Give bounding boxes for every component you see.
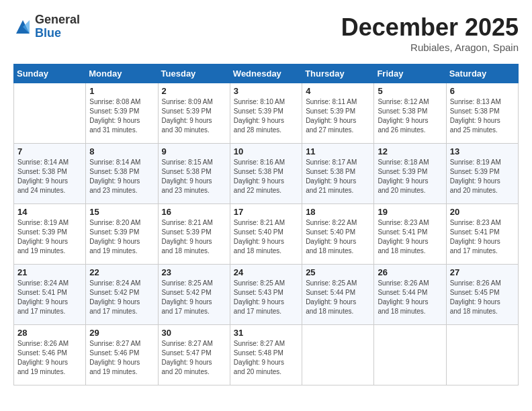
calendar-day-cell: 19Sunrise: 8:23 AM Sunset: 5:41 PM Dayli… [374,204,446,265]
day-number: 31 [234,328,298,338]
calendar-day-cell: 4Sunrise: 8:11 AM Sunset: 5:39 PM Daylig… [302,83,374,144]
logo: General Blue [13,13,80,40]
day-number: 30 [162,328,226,338]
day-info: Sunrise: 8:11 AM Sunset: 5:39 PM Dayligh… [306,97,370,135]
calendar-header-row: SundayMondayTuesdayWednesdayThursdayFrid… [14,64,519,83]
calendar-week-row: 21Sunrise: 8:24 AM Sunset: 5:41 PM Dayli… [14,265,519,325]
day-info: Sunrise: 8:14 AM Sunset: 5:38 PM Dayligh… [17,158,82,195]
day-number: 3 [234,86,298,96]
day-number: 1 [89,86,154,96]
day-info: Sunrise: 8:19 AM Sunset: 5:39 PM Dayligh… [450,158,515,195]
day-info: Sunrise: 8:17 AM Sunset: 5:38 PM Dayligh… [306,158,370,195]
day-info: Sunrise: 8:27 AM Sunset: 5:48 PM Dayligh… [234,339,298,377]
calendar-day-cell [302,325,374,385]
calendar-day-cell: 1Sunrise: 8:08 AM Sunset: 5:39 PM Daylig… [86,83,158,144]
logo-general-text: General [35,13,80,27]
day-number: 26 [378,267,442,277]
logo-icon [13,17,32,36]
day-info: Sunrise: 8:23 AM Sunset: 5:41 PM Dayligh… [450,218,515,256]
day-number: 2 [162,86,226,96]
day-number: 17 [234,207,298,217]
calendar-day-cell: 17Sunrise: 8:21 AM Sunset: 5:40 PM Dayli… [230,204,302,265]
calendar-day-cell: 30Sunrise: 8:27 AM Sunset: 5:47 PM Dayli… [158,325,230,385]
day-info: Sunrise: 8:12 AM Sunset: 5:38 PM Dayligh… [378,97,442,135]
day-number: 5 [378,86,442,96]
day-info: Sunrise: 8:14 AM Sunset: 5:38 PM Dayligh… [89,158,154,195]
day-info: Sunrise: 8:22 AM Sunset: 5:40 PM Dayligh… [306,218,370,256]
day-info: Sunrise: 8:25 AM Sunset: 5:44 PM Dayligh… [306,279,370,316]
day-info: Sunrise: 8:27 AM Sunset: 5:46 PM Dayligh… [89,339,154,377]
day-number: 4 [306,86,370,96]
calendar-day-cell: 3Sunrise: 8:10 AM Sunset: 5:39 PM Daylig… [230,83,302,144]
calendar-day-cell [374,325,446,385]
day-info: Sunrise: 8:15 AM Sunset: 5:38 PM Dayligh… [162,158,226,195]
calendar-day-cell: 23Sunrise: 8:25 AM Sunset: 5:42 PM Dayli… [158,265,230,325]
calendar-day-cell: 29Sunrise: 8:27 AM Sunset: 5:46 PM Dayli… [86,325,158,385]
location-subtitle: Rubiales, Aragon, Spain [341,42,519,53]
day-number: 6 [450,86,515,96]
calendar-week-row: 14Sunrise: 8:19 AM Sunset: 5:39 PM Dayli… [14,204,519,265]
day-info: Sunrise: 8:20 AM Sunset: 5:39 PM Dayligh… [89,218,154,256]
day-number: 9 [162,146,226,156]
calendar-day-cell: 28Sunrise: 8:26 AM Sunset: 5:46 PM Dayli… [14,325,86,385]
day-number: 20 [450,207,515,217]
weekday-header-sunday: Sunday [14,64,86,83]
logo-blue-text: Blue [35,27,80,40]
day-number: 10 [234,146,298,156]
calendar-day-cell [446,325,518,385]
calendar-day-cell: 25Sunrise: 8:25 AM Sunset: 5:44 PM Dayli… [302,265,374,325]
day-info: Sunrise: 8:13 AM Sunset: 5:38 PM Dayligh… [450,97,515,135]
day-number: 19 [378,207,442,217]
day-number: 16 [162,207,226,217]
calendar-day-cell: 18Sunrise: 8:22 AM Sunset: 5:40 PM Dayli… [302,204,374,265]
day-info: Sunrise: 8:18 AM Sunset: 5:39 PM Dayligh… [378,158,442,195]
day-number: 18 [306,207,370,217]
weekday-header-tuesday: Tuesday [158,64,230,83]
calendar-day-cell: 7Sunrise: 8:14 AM Sunset: 5:38 PM Daylig… [14,144,86,204]
weekday-header-saturday: Saturday [446,64,518,83]
calendar-day-cell [14,83,86,144]
title-block: December 2025 Rubiales, Aragon, Spain [341,13,519,53]
day-info: Sunrise: 8:25 AM Sunset: 5:42 PM Dayligh… [162,279,226,316]
day-info: Sunrise: 8:19 AM Sunset: 5:39 PM Dayligh… [17,218,82,256]
day-info: Sunrise: 8:08 AM Sunset: 5:39 PM Dayligh… [89,97,154,135]
day-info: Sunrise: 8:26 AM Sunset: 5:46 PM Dayligh… [17,339,82,377]
day-number: 21 [17,267,82,277]
day-number: 14 [17,207,82,217]
day-info: Sunrise: 8:26 AM Sunset: 5:44 PM Dayligh… [378,279,442,316]
calendar-week-row: 1Sunrise: 8:08 AM Sunset: 5:39 PM Daylig… [14,83,519,144]
page-header: General Blue December 2025 Rubiales, Ara… [13,13,519,53]
day-info: Sunrise: 8:21 AM Sunset: 5:40 PM Dayligh… [234,218,298,256]
calendar-day-cell: 21Sunrise: 8:24 AM Sunset: 5:41 PM Dayli… [14,265,86,325]
day-info: Sunrise: 8:10 AM Sunset: 5:39 PM Dayligh… [234,97,298,135]
day-number: 27 [450,267,515,277]
day-number: 13 [450,146,515,156]
day-number: 29 [89,328,154,338]
day-number: 8 [89,146,154,156]
day-number: 24 [234,267,298,277]
day-info: Sunrise: 8:24 AM Sunset: 5:41 PM Dayligh… [17,279,82,316]
calendar-day-cell: 27Sunrise: 8:26 AM Sunset: 5:45 PM Dayli… [446,265,518,325]
calendar-day-cell: 20Sunrise: 8:23 AM Sunset: 5:41 PM Dayli… [446,204,518,265]
calendar-day-cell: 9Sunrise: 8:15 AM Sunset: 5:38 PM Daylig… [158,144,230,204]
calendar-day-cell: 10Sunrise: 8:16 AM Sunset: 5:38 PM Dayli… [230,144,302,204]
day-info: Sunrise: 8:23 AM Sunset: 5:41 PM Dayligh… [378,218,442,256]
day-number: 25 [306,267,370,277]
day-info: Sunrise: 8:25 AM Sunset: 5:43 PM Dayligh… [234,279,298,316]
calendar-day-cell: 26Sunrise: 8:26 AM Sunset: 5:44 PM Dayli… [374,265,446,325]
day-info: Sunrise: 8:21 AM Sunset: 5:39 PM Dayligh… [162,218,226,256]
calendar-day-cell: 15Sunrise: 8:20 AM Sunset: 5:39 PM Dayli… [86,204,158,265]
day-number: 7 [17,146,82,156]
day-number: 12 [378,146,442,156]
calendar-day-cell: 16Sunrise: 8:21 AM Sunset: 5:39 PM Dayli… [158,204,230,265]
day-info: Sunrise: 8:27 AM Sunset: 5:47 PM Dayligh… [162,339,226,377]
calendar-day-cell: 5Sunrise: 8:12 AM Sunset: 5:38 PM Daylig… [374,83,446,144]
day-info: Sunrise: 8:24 AM Sunset: 5:42 PM Dayligh… [89,279,154,316]
calendar-day-cell: 24Sunrise: 8:25 AM Sunset: 5:43 PM Dayli… [230,265,302,325]
day-info: Sunrise: 8:09 AM Sunset: 5:39 PM Dayligh… [162,97,226,135]
weekday-header-thursday: Thursday [302,64,374,83]
calendar-day-cell: 6Sunrise: 8:13 AM Sunset: 5:38 PM Daylig… [446,83,518,144]
calendar-week-row: 28Sunrise: 8:26 AM Sunset: 5:46 PM Dayli… [14,325,519,385]
day-number: 22 [89,267,154,277]
weekday-header-wednesday: Wednesday [230,64,302,83]
